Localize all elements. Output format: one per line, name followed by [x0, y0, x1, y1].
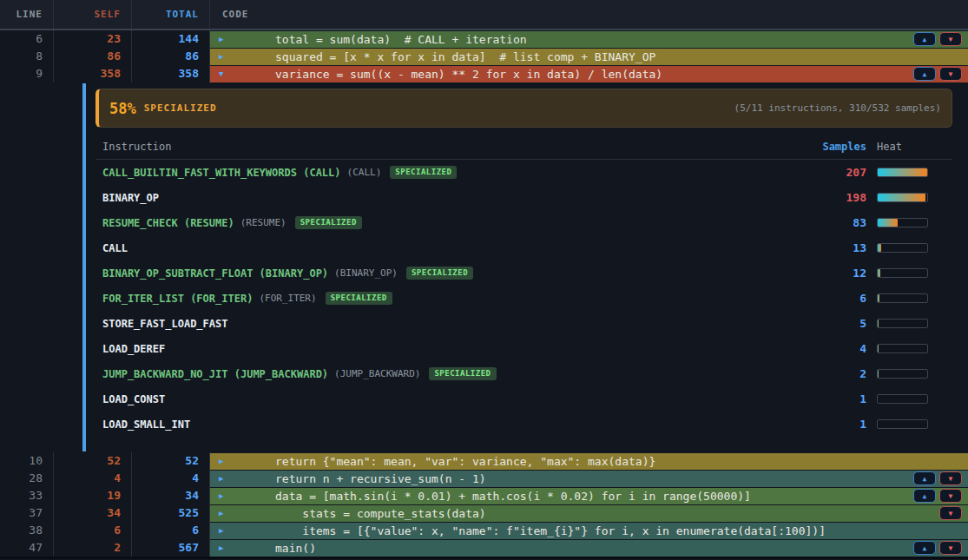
line-number: 33 [0, 487, 54, 504]
instruction-family: (CALL) [347, 167, 382, 178]
code-cell[interactable]: ▶ return n + recursive_sum(n - 1) ▲ ▼ [210, 471, 968, 487]
heat-bar-fill [878, 370, 879, 378]
code-text: return {"mean": mean, "var": variance, "… [234, 455, 962, 468]
expand-arrow-icon[interactable]: ▶ [219, 35, 234, 43]
self-samples: 52 [54, 452, 132, 470]
code-row[interactable]: 38 6 6 ▶ items = [{"value": x, "name": f… [0, 522, 968, 539]
specialization-label: SPECIALIZED [144, 102, 217, 114]
self-samples: 358 [54, 65, 132, 82]
nav-down-button[interactable]: ▼ [939, 67, 962, 81]
heat-bar-track [877, 218, 928, 227]
specialized-badge: SPECIALIZED [429, 367, 496, 380]
specialization-percent: 58% [109, 100, 136, 117]
heat-bar-track [877, 193, 928, 202]
instruction-name: STORE_FAST_LOAD_FAST [102, 318, 228, 330]
instruction-row: BINARY_OP 198 [95, 185, 952, 210]
sample-count: 83 [806, 216, 866, 229]
code-row[interactable]: 37 34 525 ▶ stats = compute_stats(data) … [0, 504, 968, 522]
total-samples: 4 [132, 470, 210, 487]
nav-up-button[interactable]: ▲ [913, 489, 936, 503]
code-row[interactable]: 10 52 52 ▶ return {"mean": mean, "var": … [0, 452, 968, 470]
code-text: main() [234, 542, 913, 555]
code-cell[interactable]: ▶ main() ▲ ▼ [210, 540, 968, 557]
instruction-name: FOR_ITER_LIST (FOR_ITER) [102, 293, 253, 305]
code-text: return n + recursive_sum(n - 1) [234, 472, 913, 485]
nav-down-button[interactable]: ▼ [939, 32, 962, 46]
code-cell[interactable]: ▶ total = sum(data) # CALL + iteration ▲… [210, 31, 968, 48]
nav-up-button[interactable]: ▲ [913, 67, 936, 81]
code-cell[interactable]: ▼ variance = sum((x - mean) ** 2 for x i… [210, 66, 968, 82]
line-number: 37 [0, 504, 54, 522]
line-number: 9 [0, 65, 54, 82]
code-cell[interactable]: ▶ data = [math.sin(i * 0.01) + math.cos(… [210, 488, 968, 504]
expand-arrow-icon[interactable]: ▶ [219, 526, 234, 535]
heat-column-header: Heat [877, 141, 928, 153]
instruction-row: LOAD_DEREF 4 [95, 336, 952, 361]
instruction-family: (JUMP_BACKWARD) [334, 368, 420, 379]
self-samples: 4 [54, 470, 132, 487]
heat-bar-track [877, 293, 928, 303]
expand-arrow-icon[interactable]: ▶ [219, 509, 234, 517]
heat-bar-fill [878, 219, 898, 227]
heat-bar-track [877, 168, 928, 177]
line-number: 8 [0, 48, 54, 65]
nav-down-button[interactable]: ▼ [939, 541, 962, 555]
line-number: 28 [0, 470, 54, 487]
total-samples: 52 [132, 452, 210, 470]
instruction-name: BINARY_OP_SUBTRACT_FLOAT (BINARY_OP) [102, 267, 328, 280]
heat-bar-track [877, 369, 928, 379]
line-number: 10 [0, 452, 54, 470]
total-samples: 144 [132, 30, 210, 48]
heat-bar-fill [878, 269, 880, 277]
code-text: items = [{"value": x, "name": f"item_{i}… [234, 524, 962, 537]
instruction-family: (RESUME) [240, 217, 286, 228]
code-text: squared = [x * x for x in data] # list c… [234, 50, 962, 63]
code-cell[interactable]: ▶ stats = compute_stats(data) ▲ ▼ [210, 505, 968, 522]
total-samples: 86 [132, 48, 210, 65]
nav-up-button[interactable]: ▲ [913, 541, 936, 555]
heat-bar-fill [878, 294, 879, 302]
code-text: variance = sum((x - mean) ** 2 for x in … [234, 68, 913, 81]
nav-down-button[interactable]: ▼ [939, 471, 962, 485]
row-nav-buttons: ▲ ▼ [913, 541, 962, 555]
code-row[interactable]: 28 4 4 ▶ return n + recursive_sum(n - 1)… [0, 470, 968, 487]
expand-arrow-icon[interactable]: ▶ [219, 491, 234, 500]
expand-arrow-icon[interactable]: ▶ [219, 474, 234, 483]
row-nav-buttons: ▲ ▼ [939, 506, 962, 520]
column-header-line: LINE [0, 0, 54, 29]
code-row[interactable]: 33 19 34 ▶ data = [math.sin(i * 0.01) + … [0, 487, 968, 504]
expand-arrow-icon[interactable]: ▶ [219, 544, 234, 552]
code-row[interactable]: 8 86 86 ▶ squared = [x * x for x in data… [0, 48, 968, 65]
nav-down-button[interactable]: ▼ [939, 506, 962, 520]
heat-bar-fill [878, 320, 879, 327]
expand-arrow-icon[interactable]: ▼ [219, 69, 234, 78]
row-nav-buttons: ▲ ▼ [913, 32, 962, 46]
instruction-row: CALL_BUILTIN_FAST_WITH_KEYWORDS (CALL) (… [95, 160, 952, 185]
code-row[interactable]: 9 358 358 ▼ variance = sum((x - mean) **… [0, 65, 968, 82]
heat-bar-track [877, 344, 928, 353]
instruction-row: STORE_FAST_LOAD_FAST 5 [95, 311, 952, 336]
code-cell[interactable]: ▶ items = [{"value": x, "name": f"item_{… [210, 523, 968, 539]
bottom-code-rows: 10 52 52 ▶ return {"mean": mean, "var": … [0, 452, 968, 557]
code-row[interactable]: 6 23 144 ▶ total = sum(data) # CALL + it… [0, 30, 968, 48]
expand-arrow-icon[interactable]: ▶ [219, 457, 234, 465]
nav-up-button[interactable]: ▲ [913, 32, 936, 46]
code-row[interactable]: 47 2 567 ▶ main() ▲ ▼ [0, 539, 968, 557]
code-cell[interactable]: ▶ return {"mean": mean, "var": variance,… [210, 453, 968, 470]
heat-bar-fill [878, 345, 879, 352]
instruction-rows: CALL_BUILTIN_FAST_WITH_KEYWORDS (CALL) (… [95, 160, 952, 437]
instruction-name: RESUME_CHECK (RESUME) [102, 217, 234, 229]
sample-count: 207 [806, 166, 866, 179]
instruction-row: LOAD_SMALL_INT 1 [95, 412, 952, 437]
code-text: data = [math.sin(i * 0.01) + math.cos(i … [234, 490, 913, 503]
nav-up-button[interactable]: ▲ [913, 471, 936, 485]
sample-count: 198 [806, 191, 866, 204]
nav-down-button[interactable]: ▼ [939, 489, 962, 503]
row-nav-buttons: ▲ ▼ [913, 471, 962, 485]
expand-arrow-icon[interactable]: ▶ [219, 52, 234, 61]
code-cell[interactable]: ▶ squared = [x * x for x in data] # list… [210, 49, 968, 65]
heat-bar-track [877, 268, 928, 278]
instruction-name: CALL_BUILTIN_FAST_WITH_KEYWORDS (CALL) [102, 167, 341, 179]
row-nav-buttons: ▲ ▼ [913, 67, 962, 81]
bottom-strip [0, 557, 968, 559]
